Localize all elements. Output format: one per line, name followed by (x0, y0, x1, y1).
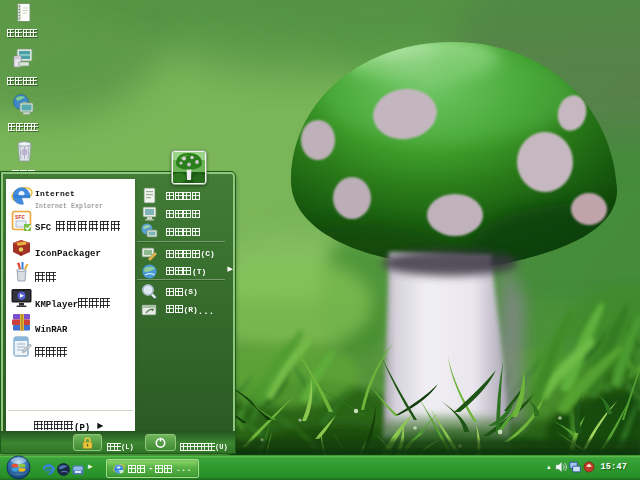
svg-text:SFC: SFC (15, 214, 26, 221)
